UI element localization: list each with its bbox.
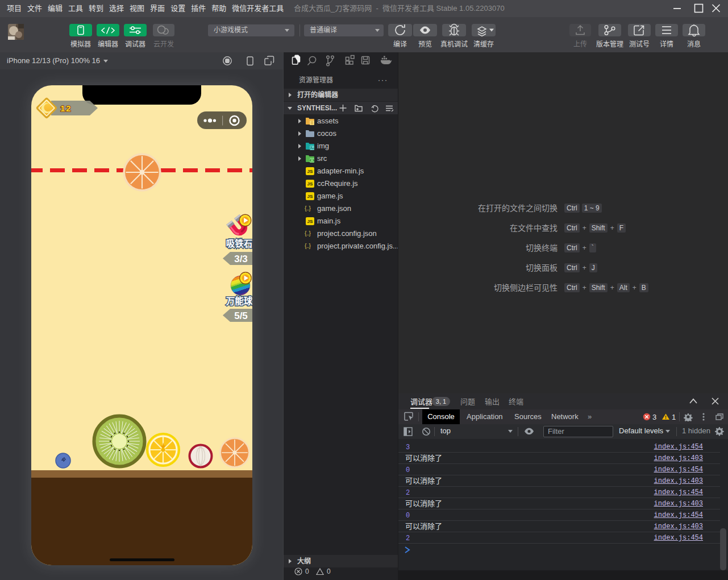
svg-text:0: 0 <box>327 567 331 575</box>
svg-text:12: 12 <box>60 103 72 113</box>
svg-text:1: 1 <box>672 413 676 421</box>
svg-text:0: 0 <box>305 567 309 575</box>
svg-text:3/3: 3/3 <box>234 254 248 264</box>
svg-text:吸铁石: 吸铁石 <box>226 237 252 249</box>
svg-text:5/5: 5/5 <box>234 310 248 321</box>
svg-text:3: 3 <box>652 413 656 421</box>
svg-text:万能球: 万能球 <box>226 294 252 306</box>
